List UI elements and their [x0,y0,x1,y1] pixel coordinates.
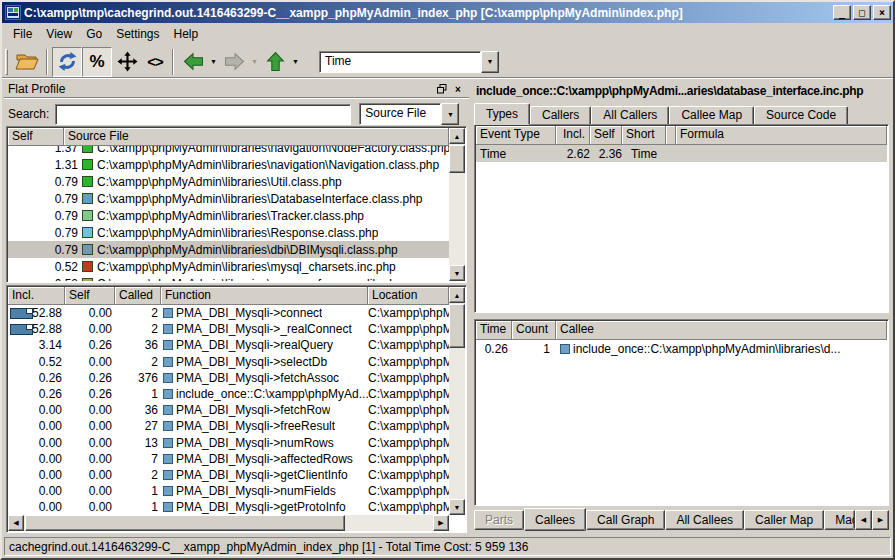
column-header-event-type[interactable]: Event Type [476,126,556,145]
source-file-row[interactable]: 0.79C:\xampp\phpMyAdmin\libraries\Databa… [8,190,449,207]
grouping-combobox[interactable]: Source File ▼ [359,103,459,125]
function-row[interactable]: 0.260.261include_once::C:\xampp\phpMyAd.… [8,386,449,402]
tab-callee-map[interactable]: Callee Map [669,106,754,125]
source-file-row[interactable]: 1.31C:\xampp\phpMyAdmin\libraries\naviga… [8,156,449,173]
function-row[interactable]: 0.520.002PMA_DBI_Mysqli->selectDbC:\xamp… [8,354,449,370]
search-input[interactable] [55,104,351,125]
event-type-combobox[interactable]: Time ▼ [319,51,499,73]
event-type-row[interactable]: Time 2.62 2.36 Time [476,145,887,162]
called-cell: 7 [115,452,161,466]
function-row[interactable]: 0.000.001PMA_DBI_Mysqli->getProtoInfoC:\… [8,499,449,515]
tab-machine[interactable]: Machine [824,510,855,530]
scroll-down-icon[interactable]: ▼ [449,499,465,515]
tab-scroll-left-icon[interactable]: ◀ [855,510,872,530]
function-row[interactable]: 52.880.002PMA_DBI_Mysqli->connectC:\xamp… [8,305,449,321]
function-row[interactable]: 0.000.0013PMA_DBI_Mysqli->numRowsC:\xamp… [8,435,449,451]
combobox-dropdown-icon[interactable]: ▼ [441,103,459,125]
function-row[interactable]: 0.000.007PMA_DBI_Mysqli->affectedRowsC:\… [8,451,449,467]
column-header-function[interactable]: Function [161,287,368,305]
tab-types[interactable]: Types [474,103,530,125]
column-header-self[interactable]: Self [590,126,622,145]
function-row[interactable]: 0.000.0036PMA_DBI_Mysqli->fetchRowC:\xam… [8,402,449,418]
reload-button[interactable] [52,47,82,77]
tab-scroll-right-icon[interactable]: ▶ [872,510,889,530]
back-button[interactable] [178,47,208,77]
dock-title-bar[interactable]: Flat Profile × [4,81,469,98]
scroll-thumb[interactable] [25,515,345,531]
scroll-down-icon[interactable]: ▼ [449,265,465,281]
menu-view[interactable]: View [39,25,79,43]
tab-callees[interactable]: Callees [524,508,586,531]
toolbar-handle[interactable] [5,49,8,75]
scroll-thumb[interactable] [449,304,465,348]
source-file-row[interactable]: 1.37C:\xampp\phpMyAdmin\libraries\naviga… [8,146,449,156]
menu-file[interactable]: File [6,25,39,43]
tab-source-code[interactable]: Source Code [754,106,848,125]
function-row[interactable]: 0.000.002PMA_DBI_Mysqli->getClientInfoC:… [8,467,449,483]
location-cell: C:\xampp\phpMy [368,306,449,320]
column-header-self[interactable]: Self [8,128,64,146]
maximize-button[interactable]: □ [853,5,871,20]
source-list-vscrollbar[interactable]: ▲ ▼ [449,128,465,281]
callee-row[interactable]: 0.26 1 include_once::C:\xampp\phpMyAdmin… [476,340,887,357]
source-file-row[interactable]: 0.79C:\xampp\phpMyAdmin\libraries\Respon… [8,224,449,241]
column-header-source-file[interactable]: Source File [64,128,449,146]
scroll-right-icon[interactable]: ▶ [433,515,449,531]
minimize-button[interactable]: _ [833,5,851,20]
function-row[interactable]: 52.880.002PMA_DBI_Mysqli->_realConnectC:… [8,321,449,337]
up-dropdown-caret[interactable]: ▼ [290,47,301,77]
scroll-up-icon[interactable]: ▲ [449,287,465,303]
column-header-location[interactable]: Location [368,287,449,305]
function-row[interactable]: 3.140.2636PMA_DBI_Mysqli->realQueryC:\xa… [8,337,449,353]
source-file-row[interactable]: 0.79C:\xampp\phpMyAdmin\libraries\dbi\DB… [8,241,449,258]
tab-callers[interactable]: Callers [530,106,591,125]
back-dropdown-caret[interactable]: ▼ [208,47,219,77]
source-file-row[interactable]: 0.79C:\xampp\phpMyAdmin\libraries\Tracke… [8,207,449,224]
percent-toggle-button[interactable]: % [82,47,112,77]
forward-dropdown-caret[interactable]: ▼ [249,47,260,77]
function-row[interactable]: 0.000.0027PMA_DBI_Mysqli->freeResultC:\x… [8,418,449,434]
dock-toggle-button[interactable] [112,47,142,77]
scroll-thumb[interactable] [449,145,465,173]
source-file-row[interactable]: 0.52C:\xampp\phpMyAdmin\libraries\mysql_… [8,258,449,275]
tab-all-callees[interactable]: All Callees [665,510,744,530]
function-row[interactable]: 0.000.001PMA_DBI_Mysqli->numFieldsC:\xam… [8,483,449,499]
column-header-formula[interactable]: Formula [676,126,887,145]
menu-settings[interactable]: Settings [109,25,166,43]
column-header-incl[interactable]: Incl. [8,287,65,305]
column-header-self[interactable]: Self [65,287,115,305]
function-row[interactable]: 0.260.26376PMA_DBI_Mysqli->fetchAssocC:\… [8,370,449,386]
tab-all-callers[interactable]: All Callers [591,106,669,125]
scroll-left-icon[interactable]: ◀ [8,515,24,531]
close-button[interactable]: × [873,5,891,20]
function-name: PMA_DBI_Mysqli->numRows [176,436,334,450]
relative-cost-button[interactable]: <> [142,47,168,77]
column-header-callee[interactable]: Callee [556,321,887,340]
tab-call-graph[interactable]: Call Graph [586,510,665,530]
self-value: 1.37 [8,146,82,155]
function-list-vscrollbar[interactable]: ▲ ▼ [449,287,465,515]
menu-help[interactable]: Help [167,25,206,43]
combobox-dropdown-icon[interactable]: ▼ [481,51,499,73]
tab-parts[interactable]: Parts [474,510,524,530]
column-header-incl[interactable]: Incl. [556,126,590,145]
scroll-up-icon[interactable]: ▲ [449,128,465,144]
source-file-row[interactable]: 0.79C:\xampp\phpMyAdmin\libraries\Util.c… [8,173,449,190]
file-color-icon [82,244,93,255]
tab-caller-map[interactable]: Caller Map [744,510,824,530]
function-name: PMA_DBI_Mysqli->affectedRows [176,452,353,466]
column-header-count[interactable]: Count [512,321,556,340]
column-header-time[interactable]: Time [476,321,512,340]
source-file-row[interactable]: 0.52C:\xampp\phpMyAdmin\libraries\user_p… [8,275,449,281]
dock-close-button[interactable]: × [451,83,465,96]
up-button[interactable] [260,47,290,77]
forward-button[interactable] [219,47,249,77]
function-list-hscrollbar[interactable]: ◀ ▶ [8,515,449,531]
open-file-button[interactable] [12,47,42,77]
column-header-called[interactable]: Called [115,287,161,305]
dock-float-button[interactable] [435,83,449,96]
column-header-short[interactable]: Short [622,126,666,145]
menu-go[interactable]: Go [79,25,109,43]
called-cell: 1 [115,484,161,498]
title-bar[interactable]: C:\xampp\tmp\cachegrind.out.1416463299-C… [2,2,893,23]
